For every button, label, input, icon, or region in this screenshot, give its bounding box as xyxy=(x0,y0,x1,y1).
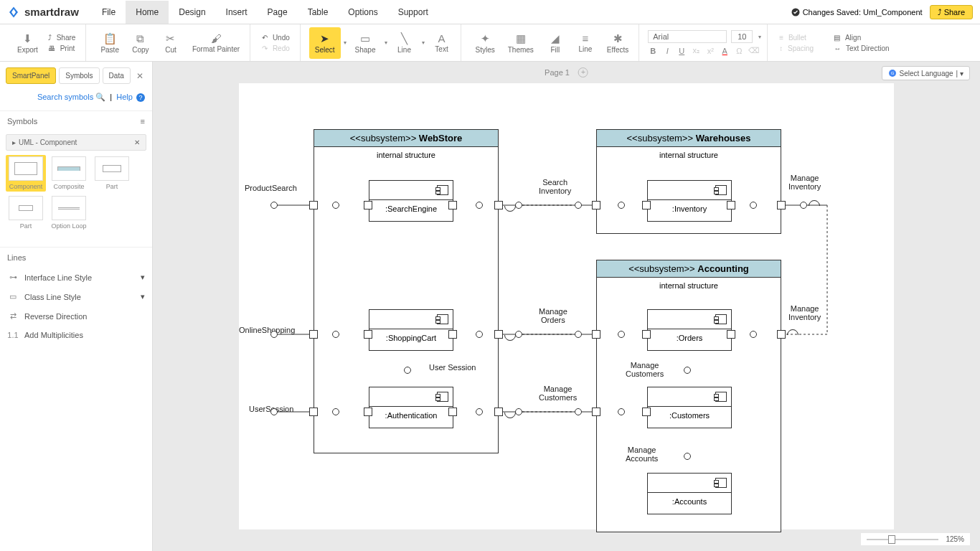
port[interactable] xyxy=(448,408,457,416)
interface-ball[interactable] xyxy=(332,202,339,209)
interface-ball[interactable] xyxy=(684,453,691,460)
add-multiplicities[interactable]: 1.1Add Multiplicities xyxy=(0,326,152,344)
line-style-button[interactable]: ≡Line xyxy=(571,27,600,59)
interface-socket[interactable] xyxy=(787,329,797,339)
share-small-button[interactable]: ⤴ Share xyxy=(45,33,81,42)
interface-ball[interactable] xyxy=(750,331,757,338)
tab-smartpanel[interactable]: SmartPanel xyxy=(6,67,56,84)
menu-design[interactable]: Design xyxy=(169,1,215,24)
paste-button[interactable]: 📋Paste xyxy=(95,27,125,59)
text-tool-button[interactable]: AText xyxy=(428,27,456,59)
shape-component[interactable]: Component xyxy=(6,155,46,192)
font-color-button[interactable]: A xyxy=(720,47,730,55)
lines-header[interactable]: Lines xyxy=(0,248,152,268)
paper[interactable]: ProductSearch OnlineShopping UserSession… xyxy=(239,83,894,529)
component-shopping-cart[interactable]: :ShoppingCart xyxy=(369,309,453,351)
component-search-engine[interactable]: :SearchEngine xyxy=(369,180,453,222)
interface-ball[interactable] xyxy=(750,202,757,209)
themes-button[interactable]: ▦Themes xyxy=(502,27,540,59)
port[interactable] xyxy=(777,330,786,339)
share-button[interactable]: ⤴ Share xyxy=(930,5,973,19)
port[interactable] xyxy=(309,201,318,209)
port[interactable] xyxy=(777,201,786,209)
port[interactable] xyxy=(494,201,503,209)
component-orders[interactable]: :Orders xyxy=(647,309,732,351)
panel-close-button[interactable]: ✕ xyxy=(133,68,146,84)
reverse-direction[interactable]: ⇄Reverse Direction xyxy=(0,306,152,326)
subsystem-accounting[interactable]: <<subsystem>> Accounting internal struct… xyxy=(596,260,781,532)
interface-ball[interactable] xyxy=(618,202,625,209)
interface-ball[interactable] xyxy=(515,202,522,209)
interface-ball[interactable] xyxy=(618,408,625,415)
hamburger-icon[interactable]: ≡ xyxy=(141,117,145,126)
interface-ball[interactable] xyxy=(270,202,278,209)
interface-ball[interactable] xyxy=(270,331,278,338)
effects-button[interactable]: ✱Effects xyxy=(601,27,634,59)
port[interactable] xyxy=(642,408,651,416)
port[interactable] xyxy=(592,330,600,339)
menu-page[interactable]: Page xyxy=(258,1,298,24)
underline-button[interactable]: U xyxy=(677,47,687,55)
port[interactable] xyxy=(448,330,457,339)
line-tool-button[interactable]: ╲Line xyxy=(390,27,419,59)
interface-ball[interactable] xyxy=(332,331,339,338)
interface-ball[interactable] xyxy=(575,202,582,209)
bold-button[interactable]: B xyxy=(648,47,658,55)
bullet-button[interactable]: ≡ Bullet xyxy=(776,33,819,42)
select-tool-button[interactable]: ➤Select xyxy=(309,27,341,59)
menu-insert[interactable]: Insert xyxy=(216,1,258,24)
fill-button[interactable]: ◢Fill xyxy=(541,27,570,59)
align-button[interactable]: ▤ Align xyxy=(831,33,895,42)
port[interactable] xyxy=(642,330,651,339)
search-symbols-link[interactable]: Search symbols 🔍 xyxy=(37,93,105,101)
export-button[interactable]: ⬇Export xyxy=(11,27,44,59)
font-select[interactable] xyxy=(648,30,727,43)
interface-ball[interactable] xyxy=(404,367,411,374)
clear-format-button[interactable]: ⌫ xyxy=(748,46,758,55)
canvas-area[interactable]: Page 1 + G Select Language | ▾ xyxy=(153,62,980,551)
port[interactable] xyxy=(309,330,318,339)
interface-ball[interactable] xyxy=(684,367,691,374)
undo-button[interactable]: ↶ Undo xyxy=(259,33,296,42)
port[interactable] xyxy=(364,330,372,339)
port[interactable] xyxy=(364,201,372,209)
interface-line-style[interactable]: ⊶Interface Line Style▾ xyxy=(0,268,152,287)
shape-part[interactable]: Part xyxy=(92,155,132,192)
italic-button[interactable]: I xyxy=(662,47,672,55)
port[interactable] xyxy=(448,201,457,209)
cut-button[interactable]: ✂Cut xyxy=(156,27,185,59)
zoom-slider[interactable] xyxy=(867,539,938,540)
component-inventory[interactable]: :Inventory xyxy=(647,180,732,222)
interface-ball[interactable] xyxy=(515,331,522,338)
category-close-icon[interactable]: ✕ xyxy=(134,138,140,146)
interface-ball[interactable] xyxy=(270,408,278,415)
interface-ball[interactable] xyxy=(332,408,339,415)
spacing-button[interactable]: ↕ Spacing xyxy=(776,44,819,53)
interface-ball[interactable] xyxy=(476,202,483,209)
symbols-header[interactable]: Symbols≡ xyxy=(0,111,152,131)
interface-ball[interactable] xyxy=(476,331,483,338)
menu-file[interactable]: File xyxy=(92,1,126,24)
shape-part2[interactable]: Part xyxy=(6,194,46,231)
copy-button[interactable]: ⧉Copy xyxy=(126,27,155,59)
port[interactable] xyxy=(727,330,735,339)
interface-ball[interactable] xyxy=(575,331,582,338)
shape-dropdown[interactable]: ▾ xyxy=(383,39,389,46)
font-size-input[interactable] xyxy=(731,30,753,43)
component-customers[interactable]: :Customers xyxy=(647,387,732,428)
menu-options[interactable]: Options xyxy=(338,1,387,24)
port[interactable] xyxy=(592,201,600,209)
symbol-button[interactable]: Ω xyxy=(734,47,744,55)
symbol-category[interactable]: ▸ UML - Component✕ xyxy=(6,134,146,151)
menu-table[interactable]: Table xyxy=(298,1,339,24)
shape-option-loop[interactable]: Option Loop xyxy=(49,194,89,231)
text-direction-button[interactable]: ↔ Text Direction xyxy=(831,44,895,53)
print-button[interactable]: 🖶 Print xyxy=(45,44,81,53)
page-tab-1[interactable]: Page 1 xyxy=(545,68,570,77)
line-dropdown[interactable]: ▾ xyxy=(420,39,426,46)
interface-ball[interactable] xyxy=(476,408,483,415)
font-size-dropdown[interactable]: ▾ xyxy=(757,34,763,40)
tab-symbols[interactable]: Symbols xyxy=(59,67,99,84)
tab-data[interactable]: Data xyxy=(103,67,131,84)
interface-socket[interactable] xyxy=(504,329,514,339)
